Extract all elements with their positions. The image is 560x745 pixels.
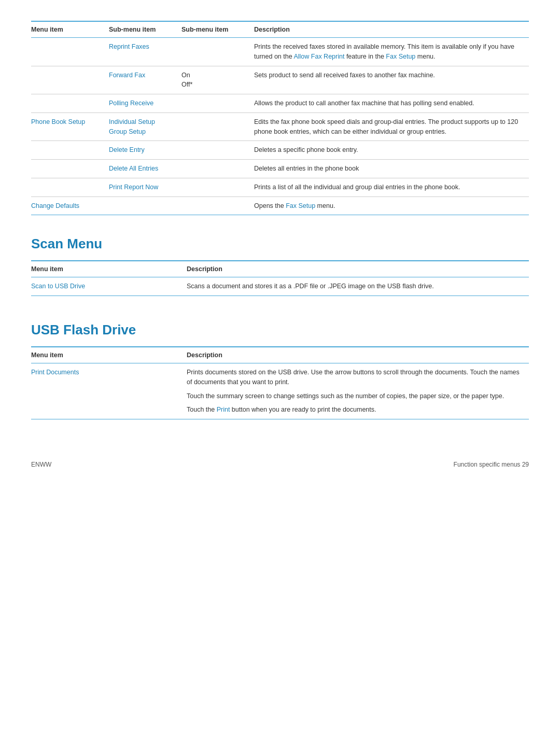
allow-fax-reprint-link[interactable]: Allow Fax Reprint [293, 53, 344, 60]
usb-desc-para-3: Touch the Print button when you are read… [187, 405, 524, 415]
desc-cell: Opens the Fax Setup menu. [254, 196, 529, 215]
scan-menu-table: Menu item Description Scan to USB Drive … [31, 260, 529, 296]
scan-menu-item-cell: Scan to USB Drive [31, 277, 187, 296]
change-defaults-link[interactable]: Change Defaults [31, 202, 79, 209]
menu-item-cell: Change Defaults [31, 196, 109, 215]
scan-col-header-desc: Description [187, 261, 529, 277]
fax-menu-table: Menu item Sub-menu item Sub-menu item De… [31, 21, 529, 215]
scan-menu-section: Scan Menu Menu item Description Scan to … [31, 236, 529, 296]
desc-cell: Prints a list of all the individual and … [254, 178, 529, 196]
delete-entry-link[interactable]: Delete Entry [109, 146, 145, 153]
table-row: Forward Fax On Off* Sets product to send… [31, 66, 529, 94]
usb-col-header-menu: Menu item [31, 347, 187, 363]
desc-cell: Deletes a specific phone book entry. [254, 141, 529, 160]
footer-left: ENWW [31, 461, 51, 468]
forward-fax-on: On [181, 72, 190, 79]
sub2-cell [181, 178, 254, 196]
sub1-cell: Delete All Entries [109, 160, 181, 178]
desc-cell: Prints the received faxes stored in avai… [254, 38, 529, 66]
desc-cell: Sets product to send all received faxes … [254, 66, 529, 94]
scan-menu-title: Scan Menu [31, 236, 529, 252]
table-row: Change Defaults Opens the Fax Setup menu… [31, 196, 529, 215]
usb-menu-item-cell: Print Documents [31, 363, 187, 419]
sub1-cell: Individual Setup Group Setup [109, 113, 181, 141]
col-header-sub1: Sub-menu item [109, 21, 181, 38]
scan-desc-cell: Scans a document and stores it as a .PDF… [187, 277, 529, 296]
phone-book-setup-link[interactable]: Phone Book Setup [31, 118, 85, 125]
table-row: Reprint Faxes Prints the received faxes … [31, 38, 529, 66]
sub1-cell: Forward Fax [109, 66, 181, 94]
sub2-cell [181, 160, 254, 178]
table-row: Delete All Entries Deletes all entries i… [31, 160, 529, 178]
col-header-desc: Description [254, 21, 529, 38]
forward-fax-off: Off* [181, 81, 192, 88]
col-header-menu: Menu item [31, 21, 109, 38]
scan-to-usb-drive-link[interactable]: Scan to USB Drive [31, 283, 85, 290]
desc-cell: Allows the product to call another fax m… [254, 94, 529, 113]
print-report-now-link[interactable]: Print Report Now [109, 184, 158, 191]
sub2-cell: On Off* [181, 66, 254, 94]
usb-menu-table: Menu item Description Print Documents Pr… [31, 346, 529, 419]
table-row: Phone Book Setup Individual Setup Group … [31, 113, 529, 141]
table-row: Scan to USB Drive Scans a document and s… [31, 277, 529, 296]
sub2-cell [181, 113, 254, 141]
page-footer: ENWW Function specific menus 29 [31, 461, 529, 468]
delete-all-entries-link[interactable]: Delete All Entries [109, 165, 158, 172]
desc-cell: Edits the fax phone book speed dials and… [254, 113, 529, 141]
sub2-cell [181, 38, 254, 66]
scan-col-header-menu: Menu item [31, 261, 187, 277]
menu-item-cell [31, 141, 109, 160]
usb-desc-para-1: Prints documents stored on the USB drive… [187, 368, 524, 387]
reprint-faxes-link[interactable]: Reprint Faxes [109, 43, 149, 50]
sub1-cell: Polling Receive [109, 94, 181, 113]
menu-item-cell [31, 94, 109, 113]
menu-item-cell [31, 66, 109, 94]
table-row: Delete Entry Deletes a specific phone bo… [31, 141, 529, 160]
print-link[interactable]: Print [217, 406, 230, 413]
menu-item-cell [31, 178, 109, 196]
menu-item-cell [31, 160, 109, 178]
individual-setup-link[interactable]: Individual Setup [109, 118, 155, 125]
sub1-cell: Delete Entry [109, 141, 181, 160]
sub1-cell: Print Report Now [109, 178, 181, 196]
group-setup-link[interactable]: Group Setup [109, 128, 146, 135]
menu-item-cell [31, 38, 109, 66]
fax-setup-link-1[interactable]: Fax Setup [386, 53, 415, 60]
sub2-cell [181, 94, 254, 113]
table-row: Print Report Now Prints a list of all th… [31, 178, 529, 196]
usb-desc-cell: Prints documents stored on the USB drive… [187, 363, 529, 419]
menu-item-cell: Phone Book Setup [31, 113, 109, 141]
polling-receive-link[interactable]: Polling Receive [109, 100, 153, 107]
sub1-cell: Reprint Faxes [109, 38, 181, 66]
forward-fax-link[interactable]: Forward Fax [109, 72, 145, 79]
desc-cell: Deletes all entries in the phone book [254, 160, 529, 178]
usb-col-header-desc: Description [187, 347, 529, 363]
sub2-cell [181, 196, 254, 215]
sub1-cell [109, 196, 181, 215]
sub2-cell [181, 141, 254, 160]
usb-flash-drive-section: USB Flash Drive Menu item Description Pr… [31, 322, 529, 419]
print-documents-link[interactable]: Print Documents [31, 369, 79, 376]
footer-right: Function specific menus 29 [454, 461, 529, 468]
table-row: Polling Receive Allows the product to ca… [31, 94, 529, 113]
usb-desc-para-2: Touch the summary screen to change setti… [187, 391, 524, 401]
fax-setup-link-2[interactable]: Fax Setup [286, 202, 315, 209]
col-header-sub2: Sub-menu item [181, 21, 254, 38]
usb-flash-drive-title: USB Flash Drive [31, 322, 529, 338]
table-row: Print Documents Prints documents stored … [31, 363, 529, 419]
